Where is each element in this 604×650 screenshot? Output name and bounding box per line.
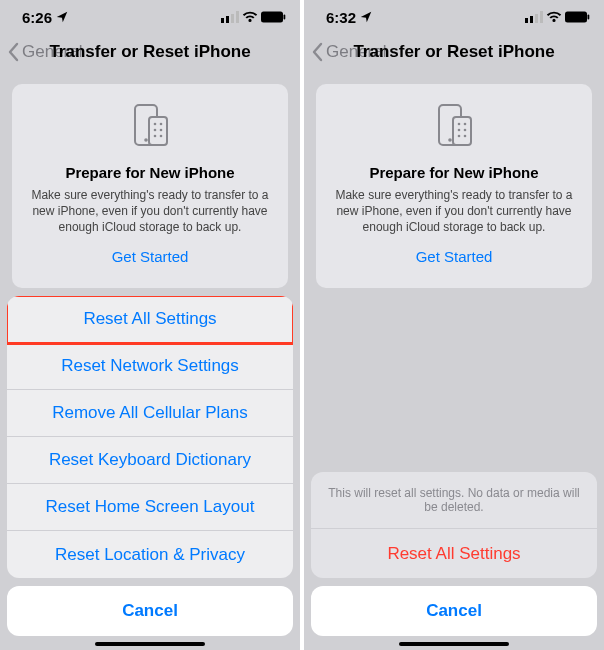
reset-home-screen-layout-option[interactable]: Reset Home Screen Layout <box>7 484 293 531</box>
svg-rect-18 <box>540 11 543 23</box>
confirm-reset-button[interactable]: Reset All Settings <box>311 529 597 578</box>
get-started-link[interactable]: Get Started <box>416 248 493 265</box>
prepare-card: Prepare for New iPhone Make sure everyth… <box>316 84 592 288</box>
status-time: 6:32 <box>326 9 356 26</box>
location-icon <box>360 11 372 23</box>
svg-rect-5 <box>284 14 286 19</box>
get-started-link[interactable]: Get Started <box>112 248 189 265</box>
svg-point-12 <box>160 129 163 132</box>
svg-point-27 <box>464 129 467 132</box>
home-indicator[interactable] <box>399 642 509 647</box>
back-label: General <box>22 42 82 62</box>
svg-rect-15 <box>525 18 528 23</box>
cancel-button[interactable]: Cancel <box>311 586 597 636</box>
svg-rect-0 <box>221 18 224 23</box>
svg-rect-19 <box>565 11 587 22</box>
svg-point-26 <box>458 129 461 132</box>
svg-rect-16 <box>530 16 533 23</box>
prepare-title: Prepare for New iPhone <box>65 164 234 181</box>
svg-rect-23 <box>453 117 471 145</box>
reset-keyboard-dictionary-option[interactable]: Reset Keyboard Dictionary <box>7 437 293 484</box>
svg-rect-4 <box>261 11 283 22</box>
back-button[interactable]: General <box>8 42 82 62</box>
svg-point-14 <box>160 135 163 138</box>
svg-point-28 <box>458 135 461 138</box>
nav-header: General Transfer or Reset iPhone <box>0 34 300 70</box>
confirm-sheet: This will reset all settings. No data or… <box>311 472 597 636</box>
screen-reset-options: 6:26 General Transfer or Reset iPhone <box>0 0 300 650</box>
devices-icon <box>125 100 175 154</box>
svg-point-29 <box>464 135 467 138</box>
battery-icon <box>261 9 286 26</box>
svg-rect-17 <box>535 14 538 23</box>
svg-rect-8 <box>149 117 167 145</box>
back-label: General <box>326 42 386 62</box>
wifi-icon <box>546 9 562 26</box>
reset-network-settings-option[interactable]: Reset Network Settings <box>7 343 293 390</box>
action-sheet-group: Reset All Settings Reset Network Setting… <box>7 296 293 578</box>
cellular-icon <box>221 9 239 26</box>
devices-icon <box>429 100 479 154</box>
status-bar: 6:32 <box>304 0 604 34</box>
prepare-desc: Make sure everything's ready to transfer… <box>26 187 274 236</box>
svg-rect-20 <box>588 14 590 19</box>
reset-location-privacy-option[interactable]: Reset Location & Privacy <box>7 531 293 578</box>
svg-rect-1 <box>226 16 229 23</box>
prepare-desc: Make sure everything's ready to transfer… <box>330 187 578 236</box>
prepare-card: Prepare for New iPhone Make sure everyth… <box>12 84 288 288</box>
status-time: 6:26 <box>22 9 52 26</box>
svg-point-25 <box>464 123 467 126</box>
cellular-icon <box>525 9 543 26</box>
svg-point-7 <box>144 138 148 142</box>
nav-header: General Transfer or Reset iPhone <box>304 34 604 70</box>
svg-point-24 <box>458 123 461 126</box>
screen-reset-confirm: 6:32 General Transfer or Reset iPhone <box>304 0 604 650</box>
remove-all-cellular-plans-option[interactable]: Remove All Cellular Plans <box>7 390 293 437</box>
prepare-title: Prepare for New iPhone <box>369 164 538 181</box>
location-icon <box>56 11 68 23</box>
action-sheet: Reset All Settings Reset Network Setting… <box>7 296 293 636</box>
svg-rect-3 <box>236 11 239 23</box>
svg-point-9 <box>154 123 157 126</box>
home-indicator[interactable] <box>95 642 205 647</box>
battery-icon <box>565 9 590 26</box>
svg-rect-2 <box>231 14 234 23</box>
wifi-icon <box>242 9 258 26</box>
back-button[interactable]: General <box>312 42 386 62</box>
svg-point-11 <box>154 129 157 132</box>
reset-all-settings-option[interactable]: Reset All Settings <box>7 296 293 343</box>
confirm-message: This will reset all settings. No data or… <box>311 472 597 529</box>
status-bar: 6:26 <box>0 0 300 34</box>
cancel-button[interactable]: Cancel <box>7 586 293 636</box>
svg-point-13 <box>154 135 157 138</box>
svg-point-22 <box>448 138 452 142</box>
svg-point-10 <box>160 123 163 126</box>
